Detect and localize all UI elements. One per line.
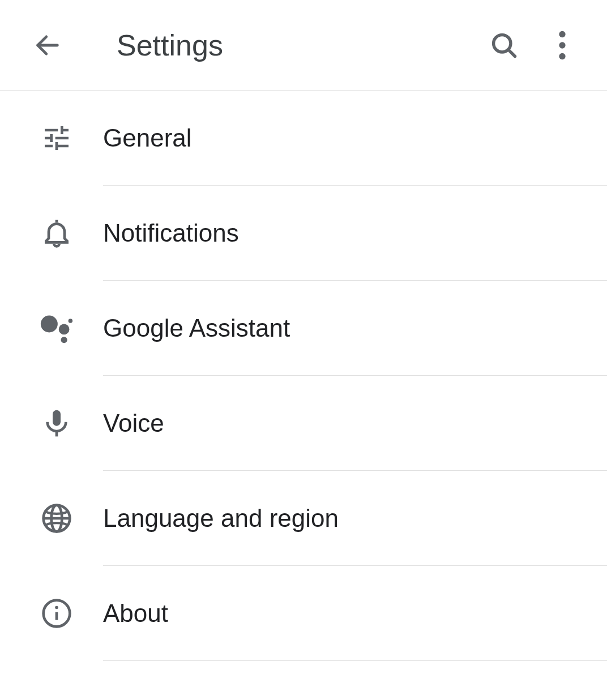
more-vert-icon (558, 31, 566, 60)
toolbar-actions (489, 31, 566, 60)
list-item-label: About (103, 599, 607, 628)
toolbar: Settings (0, 0, 607, 91)
svg-point-7 (41, 315, 58, 332)
arrow-back-icon (33, 31, 62, 60)
divider (103, 660, 607, 661)
globe-icon (40, 501, 74, 535)
settings-list: General Notifications Google Assistant (0, 91, 607, 661)
list-item-google-assistant[interactable]: Google Assistant (0, 281, 607, 375)
assistant-icon (40, 311, 74, 345)
list-item-voice[interactable]: Voice (0, 376, 607, 470)
list-item-language-region[interactable]: Language and region (0, 471, 607, 565)
list-item-notifications[interactable]: Notifications (0, 186, 607, 280)
mic-icon (40, 406, 74, 440)
info-icon (40, 596, 74, 630)
bell-icon (40, 216, 74, 250)
list-item-label: Language and region (103, 504, 607, 532)
search-icon (489, 31, 519, 60)
list-item-label: Voice (103, 409, 607, 437)
page-title: Settings (117, 28, 489, 62)
svg-point-4 (559, 42, 565, 48)
svg-point-5 (559, 53, 565, 59)
overflow-menu-button[interactable] (558, 31, 566, 60)
svg-line-2 (508, 49, 515, 56)
svg-point-8 (59, 324, 70, 334)
back-button[interactable] (29, 27, 66, 63)
svg-point-9 (61, 337, 67, 343)
list-item-label: General (103, 124, 607, 152)
list-item-label: Notifications (103, 219, 607, 247)
search-button[interactable] (489, 31, 519, 60)
svg-point-17 (55, 605, 58, 609)
list-item-label: Google Assistant (103, 314, 607, 342)
svg-point-10 (69, 319, 73, 323)
svg-point-3 (559, 31, 565, 37)
list-item-general[interactable]: General (0, 91, 607, 185)
tune-icon (40, 121, 74, 155)
list-item-about[interactable]: About (0, 566, 607, 660)
